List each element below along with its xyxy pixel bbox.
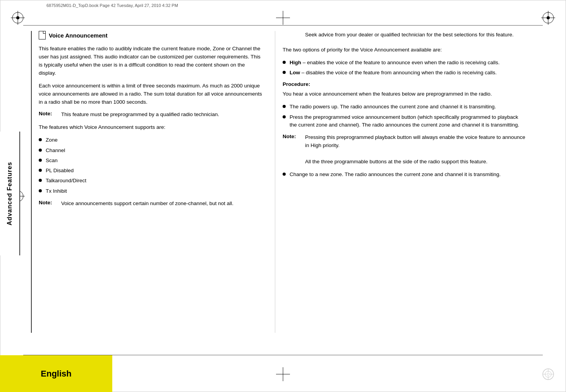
list-item-text: Low – disables the voice of the feature … (290, 69, 497, 77)
seek-text: Seek advice from your dealer or qualifie… (305, 31, 527, 39)
list-item-high: High – enables the voice of the feature … (283, 59, 527, 67)
priority-low-text: – disables the voice of the feature from… (300, 70, 497, 75)
priority-high-bold: High (290, 60, 301, 65)
bullet-dot (283, 61, 286, 64)
priority-high-text: – enables the voice of the feature to an… (301, 60, 500, 65)
section-title: Voice Announcement (39, 31, 263, 39)
svg-point-14 (547, 373, 549, 375)
list-item-text: PL Disabled (46, 167, 74, 175)
bottom-english-bar: English (0, 355, 112, 392)
section-title-text: Voice Announcement (49, 32, 108, 39)
procedure-intro: You hear a voice announcement when the f… (283, 90, 527, 98)
list-item-text: The radio powers up. The radio announces… (290, 103, 496, 111)
list-item-text: Talkaround/Direct (46, 177, 86, 185)
bullet-dot (39, 138, 42, 141)
reg-mark-top-left (11, 11, 25, 25)
list-item-final: Change to a new zone. The radio announce… (283, 171, 527, 178)
list-item: Talkaround/Direct (39, 177, 263, 185)
priority-intro: The two options of priority for the Voic… (283, 46, 527, 54)
procedure-heading: Procedure: (283, 81, 527, 87)
procedure-list: The radio powers up. The radio announces… (283, 103, 527, 129)
supports-text: The features which Voice Announcement su… (39, 123, 263, 132)
document-icon (39, 31, 46, 39)
paragraph-1: This feature enables the radio to audibl… (39, 45, 263, 77)
list-item-low: Low – disables the voice of the feature … (283, 69, 527, 77)
reg-mark-bottom-right (541, 367, 555, 381)
bullet-dot (39, 159, 42, 162)
note-1-label: Note: (39, 111, 61, 119)
reg-mark-top-right (541, 11, 555, 25)
sidebar-tab-text: Advanced Features (6, 162, 13, 226)
sidebar-tab: Advanced Features (0, 132, 20, 255)
list-item-text: Scan (46, 157, 58, 164)
note-2: Note: Voice announcements support certai… (39, 200, 263, 208)
list-item: Zone (39, 136, 263, 144)
list-item-text: Zone (46, 136, 58, 144)
bullet-dot (39, 169, 42, 172)
bullet-dot (283, 71, 286, 74)
bullet-dot (39, 179, 42, 182)
note-1-text: This feature must be preprogrammed by a … (61, 111, 219, 119)
list-item: Press the preprogrammed voice announceme… (283, 113, 527, 129)
priority-low-bold: Low (290, 70, 300, 75)
list-item: PL Disabled (39, 167, 263, 175)
note-3-label: Note: (283, 134, 305, 166)
language-label: English (41, 369, 71, 379)
reg-mark-bottom-center (276, 367, 290, 381)
note-1: Note: This feature must be preprogrammed… (39, 111, 263, 119)
features-list: Zone Channel Scan PL Disabled Talkaround… (39, 136, 263, 195)
list-item-text: Tx Inhibit (46, 187, 67, 195)
right-column-content: Seek advice from your dealer or qualifie… (283, 31, 527, 183)
list-item: Channel (39, 147, 263, 154)
bullet-dot (283, 173, 286, 176)
reg-mark-top-center (276, 11, 290, 25)
list-item: Tx Inhibit (39, 187, 263, 195)
list-item-text: Change to a new zone. The radio announce… (290, 171, 501, 178)
bullet-dot (283, 105, 286, 108)
bullet-dot (283, 115, 286, 118)
list-item-text: Channel (46, 147, 65, 154)
list-item-text: High – enables the voice of the feature … (290, 59, 500, 67)
left-column-content: Voice Announcement This feature enables … (39, 31, 263, 212)
note-2-text: Voice announcements support certain numb… (61, 200, 233, 208)
top-rule (23, 25, 543, 26)
file-info-bar: 6875952M01-D_TopD.book Page 42 Tuesday, … (46, 3, 520, 8)
column-divider (275, 31, 275, 333)
note-2-label: Note: (39, 200, 61, 208)
list-item-text: Press the preprogrammed voice announceme… (290, 113, 527, 129)
bullet-dot (39, 149, 42, 152)
file-info-text: 6875952M01-D_TopD.book Page 42 Tuesday, … (46, 3, 178, 8)
list-item: Scan (39, 157, 263, 164)
left-vertical-rule (31, 31, 32, 333)
paragraph-2: Each voice announcement is within a limi… (39, 82, 263, 106)
note-3-text: Pressing this preprogrammed playback but… (305, 134, 527, 166)
bullet-dot (39, 189, 42, 192)
final-list: Change to a new zone. The radio announce… (283, 171, 527, 178)
priority-list: High – enables the voice of the feature … (283, 59, 527, 77)
list-item: The radio powers up. The radio announces… (283, 103, 527, 111)
note-3: Note: Pressing this preprogrammed playba… (283, 134, 527, 166)
svg-point-7 (547, 16, 550, 19)
svg-point-3 (16, 16, 19, 19)
